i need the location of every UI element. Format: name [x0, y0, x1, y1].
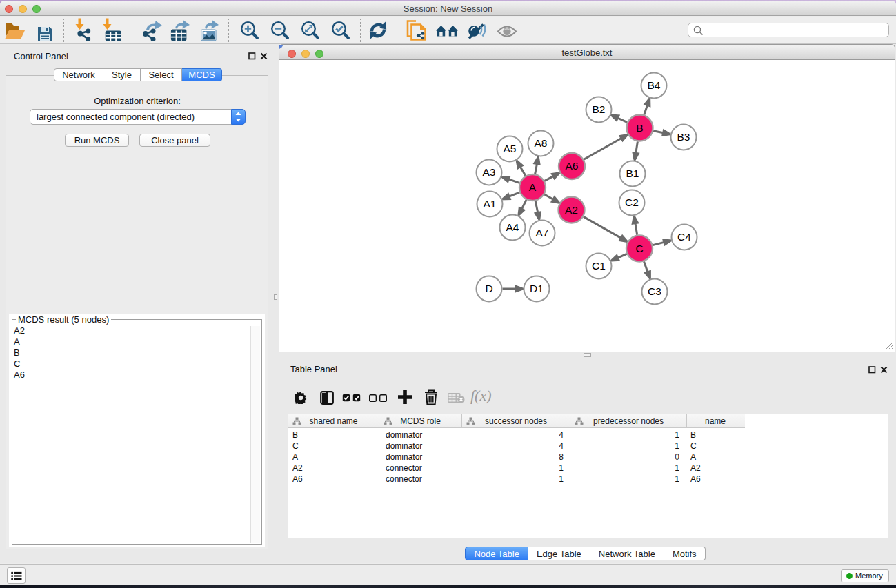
svg-text:B: B: [636, 122, 643, 134]
svg-text:A3: A3: [483, 166, 496, 178]
svg-text:A6: A6: [566, 160, 579, 172]
svg-text:B4: B4: [648, 79, 661, 91]
svg-text:C3: C3: [648, 285, 661, 297]
svg-text:C1: C1: [592, 260, 606, 272]
svg-text:A4: A4: [506, 221, 519, 233]
svg-text:C2: C2: [625, 196, 639, 208]
svg-text:A2: A2: [565, 204, 578, 216]
svg-text:A8: A8: [535, 137, 548, 149]
svg-text:D1: D1: [530, 283, 544, 294]
svg-text:B2: B2: [593, 103, 606, 115]
svg-text:A1: A1: [484, 198, 497, 210]
svg-text:B1: B1: [626, 168, 639, 179]
svg-text:B3: B3: [677, 131, 690, 143]
svg-text:C: C: [635, 243, 643, 254]
svg-text:A7: A7: [536, 227, 549, 239]
svg-text:D: D: [485, 283, 492, 294]
svg-text:A5: A5: [504, 143, 517, 154]
svg-text:A: A: [529, 181, 537, 193]
svg-text:C4: C4: [677, 231, 691, 243]
